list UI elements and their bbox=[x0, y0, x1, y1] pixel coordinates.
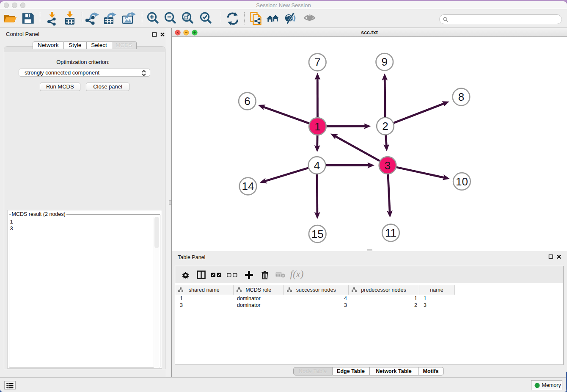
svg-text:2: 2 bbox=[382, 120, 388, 133]
svg-text:14: 14 bbox=[242, 180, 254, 193]
svg-text:3: 3 bbox=[385, 159, 391, 171]
svg-text:6: 6 bbox=[244, 94, 250, 107]
svg-text:8: 8 bbox=[458, 91, 464, 103]
svg-text:9: 9 bbox=[382, 55, 388, 68]
svg-text:15: 15 bbox=[311, 227, 324, 240]
svg-text:10: 10 bbox=[456, 175, 468, 188]
svg-text:1: 1 bbox=[314, 120, 320, 133]
svg-text:11: 11 bbox=[385, 226, 396, 239]
svg-text:7: 7 bbox=[314, 56, 320, 69]
svg-text:4: 4 bbox=[314, 159, 320, 171]
